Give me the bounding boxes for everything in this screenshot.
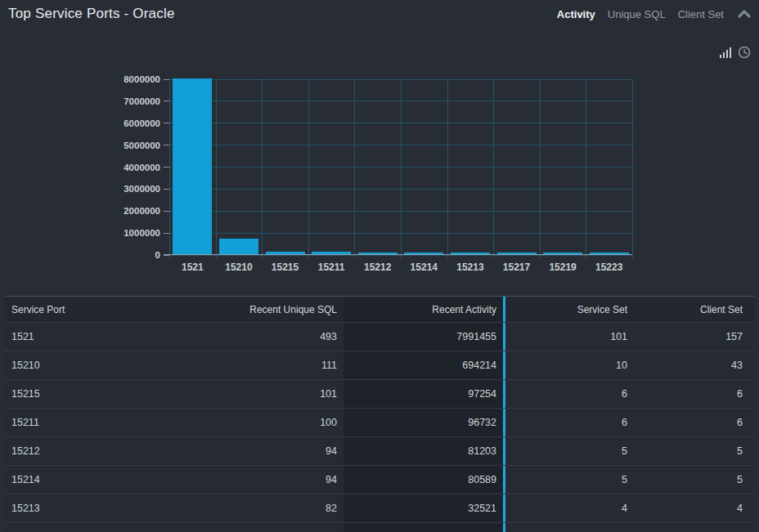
- chevron-up-icon[interactable]: [738, 9, 751, 19]
- table-header-row: Service PortRecent Unique SQLRecent Acti…: [5, 297, 754, 323]
- table-cell: 32521: [344, 494, 505, 522]
- column-header-service-port[interactable]: Service Port: [5, 297, 164, 322]
- table-cell: 101: [164, 380, 344, 408]
- table-cell: 7991455: [344, 323, 505, 351]
- table-cell: 32349: [344, 523, 505, 532]
- bar-chart-icon[interactable]: [720, 47, 732, 58]
- bar-15210[interactable]: [219, 239, 258, 254]
- column-header-service-set[interactable]: Service Set: [505, 297, 634, 322]
- y-axis-tick: [164, 189, 169, 190]
- table-cell: 157: [634, 323, 754, 351]
- table-cell: 694214: [344, 351, 505, 379]
- table-row[interactable]: 15213823252144: [5, 494, 754, 523]
- bar-1521[interactable]: [173, 78, 212, 254]
- table-cell: 4: [634, 523, 754, 532]
- table-cell: 81203: [344, 437, 505, 465]
- gridline-v: [262, 79, 263, 258]
- table-cell: 100: [164, 409, 344, 436]
- table-cell: 94: [164, 437, 344, 465]
- y-axis-tick: [164, 211, 169, 212]
- gridline-v: [401, 79, 402, 258]
- table-body: 1521493799145510115715210111694214104315…: [5, 323, 754, 532]
- table-cell: 15213: [5, 494, 164, 522]
- y-axis-label: 0: [87, 250, 160, 260]
- table-row[interactable]: 15217893234944: [5, 523, 754, 532]
- clock-icon[interactable]: [738, 46, 751, 59]
- gridline-v: [540, 79, 541, 258]
- table-row[interactable]: 15214937991455101157: [5, 323, 754, 351]
- table-cell: 43: [634, 351, 754, 379]
- gridline-v: [493, 79, 494, 258]
- y-axis-label: 7000000: [87, 96, 160, 106]
- y-axis-label: 1000000: [87, 228, 160, 238]
- table-row[interactable]: 152151019725466: [5, 380, 754, 409]
- table-cell: 15210: [5, 351, 164, 379]
- table-cell: 94: [164, 466, 344, 494]
- gridline-v: [586, 79, 586, 258]
- table-cell: 111: [164, 351, 344, 379]
- service-ports-table: Service PortRecent Unique SQLRecent Acti…: [5, 296, 754, 532]
- table-cell: 5: [634, 437, 754, 465]
- chart-toolbar: [720, 46, 752, 59]
- column-header-recent-unique-sql[interactable]: Recent Unique SQL: [164, 297, 344, 322]
- table-cell: 15217: [5, 523, 164, 532]
- table-cell: 6: [634, 380, 754, 408]
- table-cell: 5: [505, 466, 634, 494]
- bar-chart: 0100000020000003000000400000050000006000…: [169, 79, 632, 255]
- table-cell: 15214: [5, 466, 164, 494]
- table-cell: 5: [505, 437, 634, 465]
- table-cell: 5: [634, 466, 754, 494]
- table-cell: 15211: [5, 409, 164, 436]
- y-axis-tick: [164, 233, 169, 234]
- y-axis-tick: [164, 123, 169, 123]
- y-axis-tick: [164, 101, 169, 101]
- x-axis-label: 15223: [577, 262, 642, 273]
- table-cell: 80589: [344, 466, 505, 494]
- table-row[interactable]: 152101116942141043: [5, 351, 754, 380]
- table-cell: 97254: [344, 380, 505, 408]
- page-title: Top Service Ports - Oracle: [8, 6, 175, 22]
- column-header-client-set[interactable]: Client Set: [634, 297, 754, 322]
- dashboard-panel: Top Service Ports - Oracle Activity Uniq…: [0, 0, 759, 532]
- title-bar: Top Service Ports - Oracle Activity Uniq…: [0, 0, 759, 28]
- tab-activity[interactable]: Activity: [557, 8, 595, 20]
- table-cell: 96732: [344, 409, 505, 436]
- table-cell: 4: [634, 494, 754, 522]
- table-cell: 4: [505, 523, 634, 532]
- table-cell: 101: [505, 323, 634, 351]
- y-axis-tick: [164, 79, 169, 80]
- y-axis-tick: [164, 167, 169, 168]
- column-header-recent-activity[interactable]: Recent Activity: [344, 297, 505, 322]
- y-axis-label: 4000000: [87, 163, 160, 172]
- table-cell: 4: [505, 494, 634, 522]
- y-axis-label: 3000000: [87, 184, 160, 194]
- table-cell: 89: [164, 523, 344, 532]
- tab-group: Activity Unique SQL Client Set: [557, 8, 751, 20]
- y-axis-label: 8000000: [87, 74, 160, 84]
- x-axis-line: [164, 254, 632, 255]
- table-cell: 6: [634, 409, 754, 436]
- tab-unique-sql[interactable]: Unique SQL: [608, 8, 666, 20]
- table-cell: 15215: [5, 380, 164, 408]
- table-cell: 82: [164, 494, 344, 522]
- y-axis-label: 2000000: [87, 206, 160, 216]
- gridline-v: [308, 79, 309, 258]
- table-row[interactable]: 15212948120355: [5, 437, 754, 466]
- y-axis-label: 6000000: [87, 118, 160, 128]
- gridline-v: [169, 79, 170, 258]
- y-axis-tick: [164, 145, 169, 145]
- table-row[interactable]: 15214948058955: [5, 466, 754, 494]
- table-row[interactable]: 152111009673266: [5, 409, 754, 437]
- gridline-v: [632, 79, 633, 258]
- tab-client-set[interactable]: Client Set: [678, 8, 724, 20]
- gridline-v: [354, 79, 355, 258]
- gridline-v: [216, 79, 217, 258]
- gridline-v: [447, 79, 448, 258]
- table-cell: 6: [505, 380, 634, 408]
- table-cell: 6: [505, 409, 634, 436]
- table-cell: 1521: [5, 323, 164, 351]
- table-cell: 493: [164, 323, 344, 351]
- table-cell: 15212: [5, 437, 164, 465]
- table-cell: 10: [505, 351, 634, 379]
- y-axis-label: 5000000: [87, 141, 160, 150]
